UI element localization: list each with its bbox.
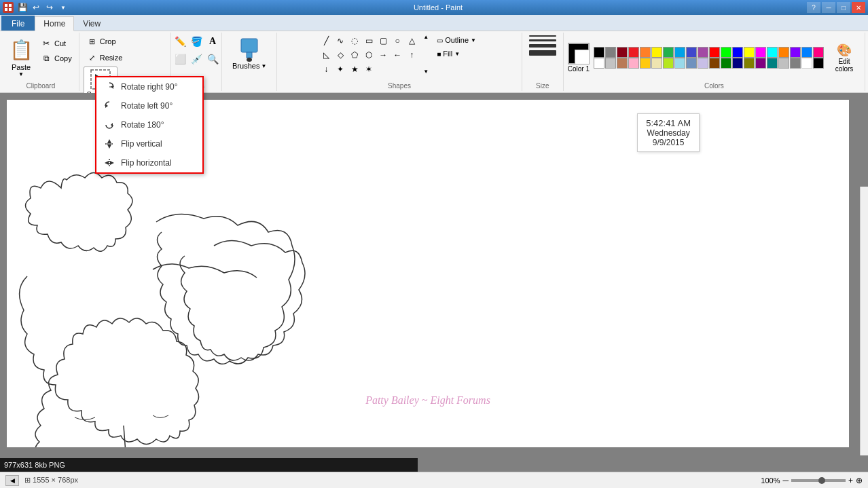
tab-file[interactable]: File: [1, 16, 35, 31]
fill-tool[interactable]: 🪣: [189, 34, 204, 49]
color-lpink[interactable]: [628, 58, 639, 69]
color-purple[interactable]: [698, 47, 708, 58]
shape-ellipse[interactable]: ○: [391, 34, 404, 48]
color-steel[interactable]: [686, 58, 697, 69]
color-amber[interactable]: [778, 47, 789, 58]
shape-hexagon[interactable]: ⬡: [362, 48, 376, 62]
help-btn[interactable]: ?: [807, 2, 820, 13]
color-gray[interactable]: [790, 58, 801, 69]
tab-view[interactable]: View: [74, 16, 109, 31]
color-red[interactable]: [628, 47, 639, 58]
text-tool[interactable]: A: [205, 34, 220, 49]
color-darkbrown[interactable]: [709, 58, 720, 69]
color-pink[interactable]: [813, 47, 824, 58]
color-white2[interactable]: [801, 58, 812, 69]
color-cyan[interactable]: [767, 47, 778, 58]
paste-dropdown-arrow[interactable]: ▼: [18, 71, 24, 77]
color-darkgreen[interactable]: [721, 58, 731, 69]
color-lavender[interactable]: [698, 58, 708, 69]
shape-star6[interactable]: ✶: [362, 62, 376, 76]
redo-quickbtn[interactable]: ↪: [43, 1, 56, 14]
color-olive[interactable]: [744, 58, 755, 69]
restore-btn[interactable]: □: [837, 2, 850, 13]
magnify-tool[interactable]: 🔍: [205, 52, 220, 67]
cut-button[interactable]: ✂ Cut: [38, 37, 75, 50]
color-brightgreen[interactable]: [721, 47, 731, 58]
qa-dropdown[interactable]: ▼: [57, 1, 69, 14]
shape-star4[interactable]: ✦: [333, 62, 347, 76]
shape-arrow-left[interactable]: ←: [391, 48, 404, 62]
shapes-nav-down[interactable]: ▼: [421, 69, 431, 75]
rotate-180-item[interactable]: Rotate 180°: [96, 115, 202, 134]
shape-pentagon[interactable]: ⬠: [348, 48, 361, 62]
shapes-nav-up[interactable]: ▲: [421, 34, 431, 40]
zoom-out-btn[interactable]: ─: [782, 476, 789, 485]
color-cream[interactable]: [651, 58, 662, 69]
outline-button[interactable]: ▭ Outline ▼: [433, 34, 480, 46]
tab-home[interactable]: Home: [35, 16, 74, 31]
color-gold[interactable]: [640, 58, 651, 69]
edit-colors-button[interactable]: 🎨 Edit colors: [828, 41, 861, 74]
color-dpurple[interactable]: [755, 58, 766, 69]
color-silver[interactable]: [778, 58, 789, 69]
color2-inner-swatch[interactable]: [575, 50, 590, 64]
zoom-slider[interactable]: [791, 479, 846, 482]
shape-arrow-right[interactable]: →: [376, 48, 390, 62]
shape-arrow-up[interactable]: ↑: [405, 48, 418, 62]
shape-right-triangle[interactable]: ◺: [319, 48, 333, 62]
color-black2[interactable]: [813, 58, 824, 69]
color-black[interactable]: [594, 47, 604, 58]
zoom-fit-btn[interactable]: ⊕: [856, 476, 863, 485]
color-indigo[interactable]: [686, 47, 697, 58]
shape-rounded-rect[interactable]: ▢: [376, 34, 390, 48]
rotate-left-90-item[interactable]: Rotate left 90°: [96, 96, 202, 115]
shape-rect[interactable]: ▭: [362, 34, 376, 48]
color-green[interactable]: [663, 47, 674, 58]
close-btn[interactable]: ✕: [852, 2, 865, 13]
fill-button[interactable]: ■ Fill ▼: [433, 48, 480, 60]
shape-star5[interactable]: ★: [348, 62, 361, 76]
shape-curve[interactable]: ∿: [333, 34, 347, 48]
color-teal[interactable]: [767, 58, 778, 69]
picker-tool[interactable]: 💉: [189, 52, 204, 67]
shape-arrow-down[interactable]: ↓: [319, 62, 333, 76]
size-selector[interactable]: [526, 34, 559, 57]
color-brightyellow[interactable]: [744, 47, 755, 58]
color-navy[interactable]: [732, 58, 743, 69]
color-lgray[interactable]: [605, 58, 616, 69]
flip-vertical-item[interactable]: Flip vertical: [96, 134, 202, 153]
save-quickbtn[interactable]: 💾: [16, 1, 29, 14]
color-brightblue[interactable]: [732, 47, 743, 58]
shape-diamond[interactable]: ◇: [333, 48, 347, 62]
color1-swatch[interactable]: [568, 43, 590, 64]
color-brightred[interactable]: [709, 47, 720, 58]
zoom-in-btn[interactable]: +: [848, 476, 853, 485]
color-magenta[interactable]: [755, 47, 766, 58]
color-darkred[interactable]: [617, 47, 628, 58]
minimize-btn[interactable]: ─: [822, 2, 835, 13]
color-skyblue[interactable]: [801, 47, 812, 58]
status-left-arrow[interactable]: ◀: [5, 475, 19, 486]
shape-line[interactable]: ╱: [319, 34, 333, 48]
color-violet[interactable]: [790, 47, 801, 58]
color-blue[interactable]: [674, 47, 685, 58]
shape-triangle[interactable]: △: [405, 34, 418, 48]
eraser-tool[interactable]: ⬜: [173, 52, 187, 67]
color-white[interactable]: [594, 58, 604, 69]
right-scrollbar[interactable]: [860, 187, 868, 455]
color-lblue[interactable]: [674, 58, 685, 69]
copy-button[interactable]: ⧉ Copy: [38, 52, 75, 65]
paste-button[interactable]: 📋 Paste ▼: [7, 34, 35, 79]
pencil-tool[interactable]: ✏️: [173, 34, 187, 49]
brushes-button[interactable]: Brushes ▼: [226, 34, 272, 73]
color-orange[interactable]: [640, 47, 651, 58]
shape-freeform[interactable]: ◌: [348, 34, 361, 48]
rotate-right-90-item[interactable]: Rotate right 90°: [96, 77, 202, 96]
color-brown[interactable]: [617, 58, 628, 69]
color-lime[interactable]: [663, 58, 674, 69]
crop-button[interactable]: ⊞ Crop: [84, 34, 120, 49]
color-yellow[interactable]: [651, 47, 662, 58]
undo-quickbtn[interactable]: ↩: [30, 1, 42, 14]
color-dgray[interactable]: [605, 47, 616, 58]
flip-horizontal-item[interactable]: Flip horizontal: [96, 153, 202, 172]
